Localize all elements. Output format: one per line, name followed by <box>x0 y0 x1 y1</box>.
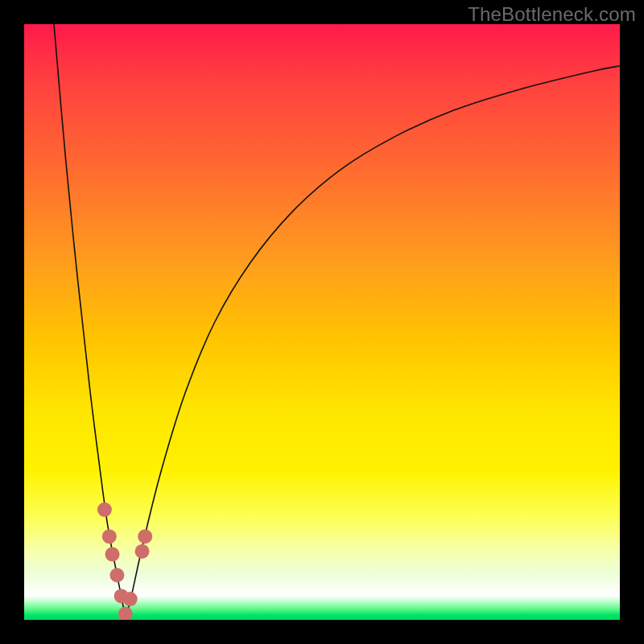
marker-point <box>138 529 152 543</box>
marker-point <box>102 529 117 543</box>
marker-point <box>105 547 120 562</box>
bottleneck-curve-left <box>54 24 126 620</box>
bottleneck-curve-right <box>126 66 620 620</box>
marker-point <box>109 568 124 583</box>
marker-point <box>97 502 112 517</box>
watermark-text: TheBottleneck.com <box>468 3 636 26</box>
marker-group <box>97 502 152 620</box>
marker-point <box>118 607 133 620</box>
curve-layer <box>24 24 620 620</box>
marker-point <box>135 544 150 559</box>
plot-area <box>24 24 620 620</box>
marker-point <box>123 592 138 606</box>
chart-frame: TheBottleneck.com <box>0 0 644 644</box>
